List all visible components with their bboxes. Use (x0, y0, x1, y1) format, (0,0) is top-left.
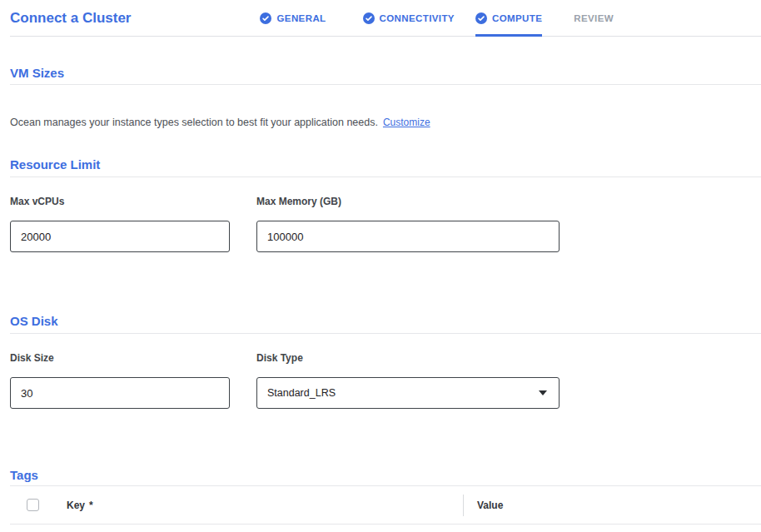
tags-value-column-header: Value (477, 500, 503, 511)
divider (10, 333, 761, 334)
column-divider (463, 495, 464, 516)
vm-sizes-section: VM Sizes Ocean manages your instance typ… (10, 66, 761, 129)
tab-review[interactable]: REVIEW (574, 0, 614, 36)
disk-type-selected-value: Standard_LRS (267, 387, 336, 399)
required-marker: * (89, 500, 93, 511)
tags-heading: Tags (10, 468, 761, 483)
tab-label: CONNECTIVITY (380, 13, 455, 23)
max-vcpus-input[interactable] (10, 221, 230, 252)
disk-type-label: Disk Type (256, 352, 560, 364)
disk-type-select[interactable]: Standard_LRS (256, 377, 560, 409)
tab-general[interactable]: GENERAL (260, 0, 326, 36)
max-memory-field-group: Max Memory (GB) (256, 196, 560, 252)
tab-label: COMPUTE (492, 13, 542, 23)
tags-key-column-header: Key* (67, 500, 463, 511)
divider (10, 177, 761, 177)
tab-label: GENERAL (276, 13, 326, 23)
check-circle-icon (363, 12, 375, 24)
key-label: Key (67, 500, 85, 511)
max-memory-label: Max Memory (GB) (256, 196, 560, 207)
customize-link[interactable]: Customize (383, 117, 430, 128)
resource-limit-section: Resource Limit Max vCPUs Max Memory (GB) (10, 157, 761, 252)
tab-connectivity[interactable]: CONNECTIVITY (363, 0, 455, 36)
tags-section: Tags Key* Value (10, 468, 761, 525)
divider (10, 84, 761, 85)
resource-limit-heading: Resource Limit (10, 157, 761, 172)
wizard-header: Connect a Cluster GENERAL (10, 0, 761, 37)
vm-sizes-description-text: Ocean manages your instance types select… (10, 117, 378, 128)
disk-type-field-group: Disk Type Standard_LRS (256, 352, 560, 409)
disk-size-label: Disk Size (10, 352, 230, 364)
page-title: Connect a Cluster (10, 10, 131, 27)
tags-table-header: Key* Value (10, 486, 761, 525)
disk-size-input[interactable] (10, 377, 230, 409)
connect-cluster-page: Connect a Cluster GENERAL (0, 0, 761, 532)
tab-compute[interactable]: COMPUTE (475, 0, 542, 36)
os-disk-fields: Disk Size Disk Type Standard_LRS (10, 352, 761, 409)
vm-sizes-description: Ocean manages your instance types select… (10, 117, 761, 129)
max-memory-input[interactable] (256, 221, 560, 252)
max-vcpus-field-group: Max vCPUs (10, 196, 230, 252)
check-circle-icon (475, 12, 487, 24)
check-circle-icon (260, 12, 271, 24)
resource-limit-fields: Max vCPUs Max Memory (GB) (10, 196, 761, 252)
tab-label: REVIEW (574, 13, 614, 23)
os-disk-section: OS Disk Disk Size Disk Type Standard_LRS (10, 314, 761, 409)
max-vcpus-label: Max vCPUs (10, 196, 230, 207)
wizard-tabs: GENERAL CONNECTIVITY C (159, 0, 614, 36)
disk-size-field-group: Disk Size (10, 352, 230, 409)
select-all-checkbox[interactable] (27, 499, 39, 511)
chevron-down-icon (539, 390, 547, 395)
os-disk-heading: OS Disk (10, 314, 761, 329)
vm-sizes-heading: VM Sizes (10, 66, 761, 81)
